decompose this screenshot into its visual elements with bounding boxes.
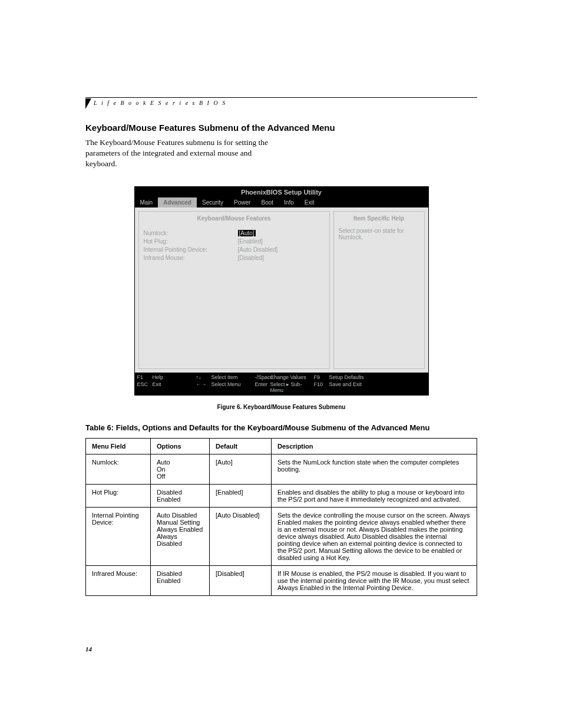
bios-help-panel: Item Specific Help Select power-on state… (333, 211, 425, 369)
table-cell: Enables and disables the ability to plug… (272, 484, 477, 507)
bios-hotkey-label: Setup Defaults (329, 374, 373, 380)
bios-field-row: Infrared Mouse:[Disabled] (144, 255, 325, 261)
bios-field-label: Numlock: (144, 230, 238, 236)
bios-left-panel: Keyboard/Mouse Features Numlock:[Auto]Ho… (138, 211, 330, 369)
bios-tab: Main (135, 197, 158, 207)
bios-hotkey-label: Change Values (270, 374, 314, 380)
options-table: Menu FieldOptionsDefaultDescription Numl… (85, 438, 477, 596)
bios-hotkey-label: Select ▸ Sub-Menu (270, 381, 314, 393)
table-cell: Hot Plug: (86, 484, 151, 507)
table-cell: Disabled Enabled (151, 565, 210, 595)
table-cell: Internal Pointing Device: (86, 507, 151, 565)
bios-hotkey: ←→ (196, 381, 211, 393)
bios-help-title: Item Specific Help (339, 215, 419, 222)
bios-tab: Security (197, 197, 229, 207)
bios-hotkey-label: Help (153, 374, 196, 380)
bios-panel-title: Keyboard/Mouse Features (144, 215, 325, 222)
page-number: 14 (85, 645, 92, 653)
bios-tab: Exit (299, 197, 320, 207)
bios-hotkey-label: Exit (153, 381, 196, 393)
bios-field-row: Hot Plug:[Enabled] (144, 238, 325, 245)
bios-hotkey: ESC (137, 381, 153, 393)
bios-field-value: [Auto Disabled] (238, 246, 278, 253)
table-row: Infrared Mouse:Disabled Enabled[Disabled… (86, 565, 477, 595)
bios-help-text: Select power-on state for Numlock. (339, 228, 419, 241)
table-header: Description (272, 438, 477, 454)
bios-hotkey: F1 (137, 374, 153, 380)
bios-field-row: Numlock:[Auto] (144, 230, 325, 236)
table-cell: Auto Disabled Manual Setting Always Enab… (151, 507, 210, 565)
table-cell: Disabled Enabled (151, 484, 210, 507)
bios-field-row: Internal Pointing Device:[Auto Disabled] (144, 246, 325, 253)
table-cell: Sets the device controlling the mouse cu… (272, 507, 477, 565)
bios-field-label: Internal Pointing Device: (144, 246, 238, 253)
bios-hotkey-label: Select Item (211, 374, 255, 380)
figure-caption: Figure 6. Keyboard/Mouse Features Submen… (85, 404, 477, 410)
bios-tab: Power (229, 197, 256, 207)
bios-field-label: Hot Plug: (144, 238, 238, 245)
table-cell: [Disabled] (210, 565, 272, 595)
table-cell: Numlock: (86, 454, 151, 484)
bios-tab-bar: MainAdvancedSecurityPowerBootInfoExit (135, 197, 428, 207)
intro-paragraph: The Keyboard/Mouse Features submenu is f… (85, 137, 280, 170)
bios-tab: Info (279, 197, 299, 207)
running-header: L i f e B o o k E S e r i e s B I O S (85, 100, 477, 106)
table-row: Numlock:Auto On Off[Auto]Sets the NumLoc… (86, 454, 477, 484)
table-cell: Sets the NumLock function state when the… (272, 454, 477, 484)
bios-screenshot: PhoenixBIOS Setup Utility MainAdvancedSe… (134, 186, 429, 396)
table-header: Menu Field (86, 438, 151, 454)
bios-hotkey: F9 (314, 374, 329, 380)
bios-hotkey: -/Space (255, 374, 270, 380)
section-heading: Keyboard/Mouse Features Submenu of the A… (85, 123, 477, 133)
bios-title: PhoenixBIOS Setup Utility (135, 187, 428, 197)
bios-field-value: [Disabled] (238, 255, 264, 261)
bios-hotkey: F10 (314, 381, 329, 393)
table-row: Internal Pointing Device:Auto Disabled M… (86, 507, 477, 565)
table-header: Default (210, 438, 272, 454)
bios-footer: F1Help↑↓Select Item-/SpaceChange ValuesF… (135, 373, 428, 395)
bios-hotkey-label: Select Menu (211, 381, 255, 393)
table-title: Table 6: Fields, Options and Defaults fo… (85, 423, 477, 432)
table-header: Options (151, 438, 210, 454)
bios-tab: Advanced (158, 197, 197, 207)
header-triangle-icon (85, 98, 91, 109)
table-cell: [Auto] (210, 454, 272, 484)
bios-hotkey-label: Save and Exit (329, 381, 373, 393)
table-cell: [Auto Disabled] (210, 507, 272, 565)
table-cell: If IR Mouse is enabled, the PS/2 mouse i… (272, 565, 477, 595)
bios-field-label: Infrared Mouse: (144, 255, 238, 261)
bios-field-value: [Enabled] (238, 238, 263, 245)
bios-hotkey: ↑↓ (196, 374, 211, 380)
table-row: Hot Plug:Disabled Enabled[Enabled]Enable… (86, 484, 477, 507)
page-header-rule: L i f e B o o k E S e r i e s B I O S (85, 97, 477, 106)
table-cell: [Enabled] (210, 484, 272, 507)
bios-field-value: [Auto] (238, 230, 256, 236)
table-cell: Auto On Off (151, 454, 210, 484)
bios-tab: Boot (256, 197, 279, 207)
bios-hotkey: Enter (255, 381, 270, 393)
table-cell: Infrared Mouse: (86, 565, 151, 595)
